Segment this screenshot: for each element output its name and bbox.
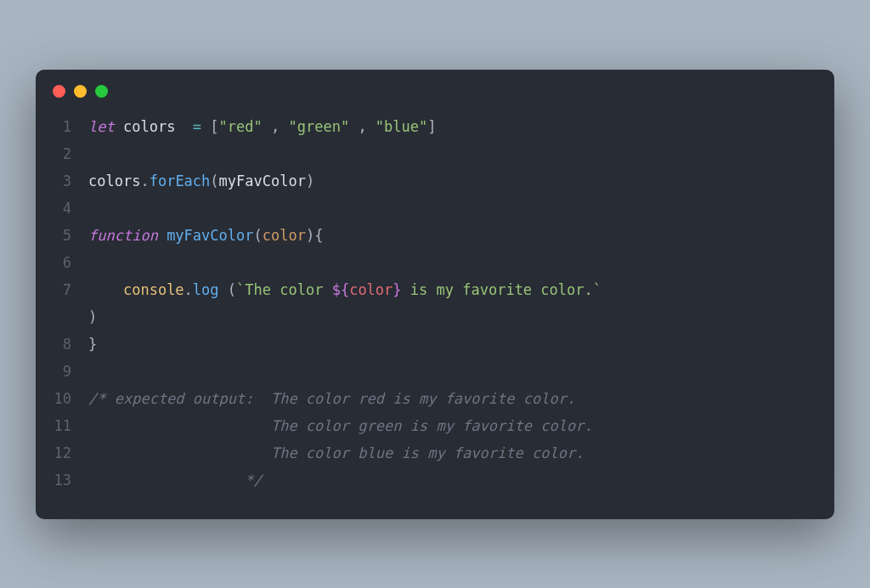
- token-obj: console: [123, 281, 184, 298]
- token-punct: [: [210, 118, 218, 135]
- token-punct: ): [306, 227, 314, 244]
- token-comment: /* expected output: The color red is my …: [88, 390, 575, 407]
- token-punct: ]: [427, 118, 436, 135]
- token-tmplbrace: ${: [332, 281, 349, 298]
- code-content: [88, 140, 97, 167]
- code-content: let colors = ["red" , "green" , "blue"]: [88, 113, 437, 140]
- token-ident: myFavColor: [219, 172, 306, 189]
- line-number: 6: [53, 249, 88, 276]
- token-func: function: [88, 227, 167, 244]
- line-number: 4: [53, 195, 88, 222]
- token-tmpl: is my favorite color.`: [402, 281, 602, 298]
- token-tmpl: `The color: [236, 281, 332, 298]
- line-number: 5: [53, 222, 88, 249]
- titlebar: [36, 70, 834, 106]
- token-comment: The color blue is my favorite color.: [88, 444, 584, 461]
- code-line: 10/* expected output: The color red is m…: [53, 385, 817, 412]
- line-number: 3: [53, 167, 88, 195]
- code-content: [88, 358, 97, 385]
- token-comment: The color green is my favorite color.: [88, 417, 593, 434]
- token-punct: (: [253, 227, 262, 244]
- line-number: 10: [53, 385, 88, 412]
- token-brace: {: [314, 227, 323, 244]
- code-content: */: [88, 466, 263, 494]
- code-content: function myFavColor(color){: [88, 222, 323, 249]
- code-content: console.log (`The color ${color} is my f…: [88, 276, 602, 303]
- code-line: 4: [53, 195, 817, 222]
- token-punct: ,: [349, 118, 376, 135]
- code-line: 13 */: [53, 466, 817, 494]
- token-fname: myFavColor: [167, 227, 253, 244]
- code-line: 11 The color green is my favorite color.: [53, 412, 817, 439]
- code-content: /* expected output: The color red is my …: [88, 385, 575, 412]
- line-number: 7: [53, 276, 88, 303]
- code-content: [88, 249, 97, 276]
- maximize-icon[interactable]: [95, 85, 108, 98]
- token-kw: let: [88, 118, 123, 135]
- token-str: "green": [288, 118, 349, 135]
- line-number: 9: [53, 358, 88, 385]
- code-line: 2: [53, 140, 817, 167]
- token-tmplvar: color: [349, 281, 393, 298]
- code-line: 12 The color blue is my favorite color.: [53, 439, 817, 466]
- line-number: 1: [53, 113, 88, 140]
- token-ident: colors: [123, 118, 193, 135]
- code-line: 7 console.log (`The color ${color} is my…: [53, 276, 817, 303]
- code-area[interactable]: 1let colors = ["red" , "green" , "blue"]…: [36, 106, 834, 502]
- line-number: 8: [53, 331, 88, 358]
- code-content: }: [88, 331, 97, 358]
- token-tmplbrace: }: [393, 281, 401, 298]
- code-line: 5function myFavColor(color){: [53, 222, 817, 249]
- code-line: ): [53, 303, 817, 331]
- token-str: "blue": [376, 118, 427, 135]
- line-number: 13: [53, 466, 88, 494]
- token-punct: .: [140, 172, 149, 189]
- token-brace: }: [88, 336, 97, 353]
- code-content: The color green is my favorite color.: [88, 412, 593, 439]
- line-number: 11: [53, 412, 88, 439]
- token-comment: */: [88, 472, 263, 489]
- code-content: [88, 195, 97, 222]
- code-line: 3colors.forEach(myFavColor): [53, 167, 817, 195]
- token-punct: ): [306, 172, 314, 189]
- token-op: =: [193, 118, 210, 135]
- token-punct: (: [210, 172, 218, 189]
- close-icon[interactable]: [53, 85, 65, 98]
- code-content: colors.forEach(myFavColor): [88, 167, 314, 195]
- token-punct: ): [88, 308, 97, 325]
- line-number: 12: [53, 439, 88, 466]
- line-number: 2: [53, 140, 88, 167]
- code-line: 1let colors = ["red" , "green" , "blue"]: [53, 113, 817, 140]
- code-line: 8}: [53, 331, 817, 358]
- minimize-icon[interactable]: [74, 85, 87, 98]
- token-param: color: [263, 227, 306, 244]
- code-line: 9: [53, 358, 817, 385]
- editor-window: 1let colors = ["red" , "green" , "blue"]…: [36, 70, 834, 519]
- token-punct: ,: [263, 118, 289, 135]
- code-content: The color blue is my favorite color.: [88, 439, 584, 466]
- token-punct: .: [184, 281, 193, 298]
- token-ident: [88, 281, 123, 298]
- code-line: 6: [53, 249, 817, 276]
- token-str: "red": [219, 118, 263, 135]
- token-method: forEach: [150, 172, 211, 189]
- token-punct: (: [228, 281, 236, 298]
- code-content: ): [88, 303, 97, 331]
- token-method: log: [193, 281, 228, 298]
- token-ident: colors: [88, 172, 140, 189]
